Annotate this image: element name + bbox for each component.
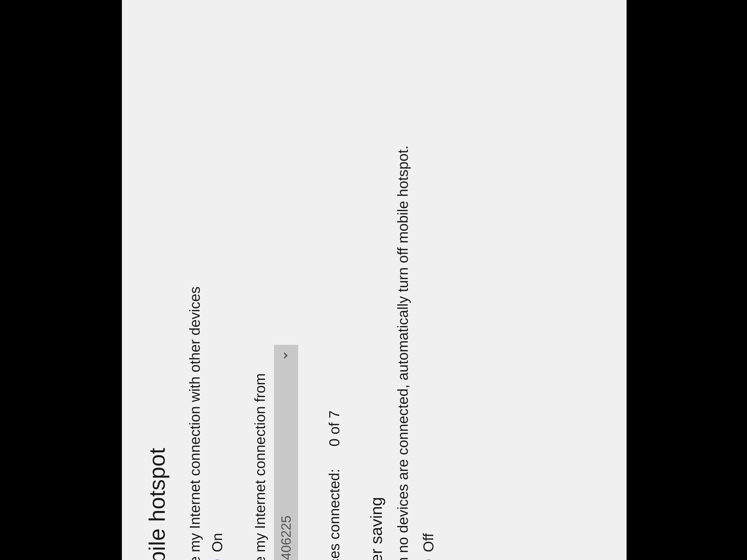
share-connection-toggle-state: On	[209, 533, 226, 552]
share-from-label: Share my Internet connection from	[252, 0, 268, 560]
power-saving-toggle-state: Off	[420, 533, 437, 552]
share-connection-label: Share my Internet connection with other …	[186, 0, 203, 560]
share-from-selected: VM8406225	[279, 515, 294, 560]
share-from-dropdown[interactable]: VM8406225	[274, 345, 298, 560]
settings-content: Mobile hotspot Share my Internet connect…	[144, 0, 463, 560]
devices-connected-label: Devices connected:	[326, 469, 342, 560]
devices-connected-value: 0 of 7	[326, 410, 342, 447]
page-title: Mobile hotspot	[144, 0, 170, 560]
power-saving-title: Power saving	[367, 0, 386, 560]
chevron-down-icon	[279, 350, 294, 361]
power-saving-description: When no devices are connected, automatic…	[393, 2, 413, 560]
